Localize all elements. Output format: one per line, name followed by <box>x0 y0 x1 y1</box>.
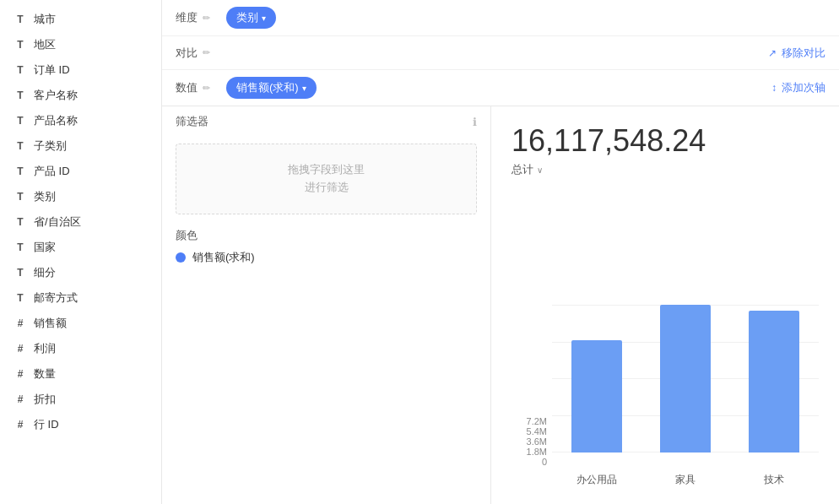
main-area: 维度 ✏ 类别 ▾ 对比 ✏ ↗ 移除对比 <box>162 0 839 504</box>
dimension-pill[interactable]: 类别 ▾ <box>226 7 276 29</box>
y-axis-label: 1.8M <box>512 447 552 457</box>
chart-subtitle-text: 总计 <box>512 162 533 177</box>
color-dot <box>176 252 186 263</box>
drop-zone-text: 拖拽字段到这里 进行筛选 <box>288 161 365 197</box>
dimension-label: 维度 ✏ <box>176 10 226 25</box>
sidebar-item-label: 城市 <box>34 12 56 27</box>
sidebar-item-label: 数量 <box>34 366 56 382</box>
bar[interactable] <box>660 305 711 453</box>
text-type-icon: T <box>14 215 27 229</box>
sidebar-item[interactable]: T子类别 <box>0 133 161 159</box>
text-type-icon: T <box>14 291 27 305</box>
value-label: 数值 ✏ <box>176 80 226 95</box>
sidebar-item[interactable]: T订单 ID <box>0 57 161 83</box>
y-axis: 7.2M5.4M3.6M1.8M0 <box>512 416 552 487</box>
chart-subtitle[interactable]: 总计 ∨ <box>512 162 819 177</box>
chart-container: 7.2M5.4M3.6M1.8M0 办公用品家具技术 <box>512 191 819 487</box>
sidebar-item[interactable]: T国家 <box>0 235 161 260</box>
dimension-pill-label: 类别 <box>236 10 258 25</box>
color-section-title: 颜色 <box>176 228 477 243</box>
bar-group[interactable] <box>641 305 729 453</box>
drop-zone-line1: 拖拽字段到这里 <box>288 161 365 179</box>
sidebar-item[interactable]: #行 ID <box>0 412 161 437</box>
sidebar-item-label: 利润 <box>34 341 56 356</box>
filter-label: 筛选器 <box>176 114 473 129</box>
sidebar-item[interactable]: T产品名称 <box>0 108 161 133</box>
x-axis-label: 办公用品 <box>552 473 641 487</box>
color-section: 颜色 销售额(求和) <box>162 221 490 272</box>
left-panel: 筛选器 ℹ 拖拽字段到这里 进行筛选 颜色 销售额(求和) <box>162 106 491 504</box>
hash-type-icon: # <box>14 418 27 431</box>
value-pill[interactable]: 销售额(求和) ▾ <box>226 77 317 99</box>
sidebar-item[interactable]: T城市 <box>0 7 161 32</box>
sidebar-item-label: 邮寄方式 <box>34 290 78 306</box>
bar-group[interactable] <box>552 340 641 453</box>
dimension-label-text: 维度 <box>176 10 198 25</box>
text-type-icon: T <box>14 165 27 178</box>
text-type-icon: T <box>14 89 27 102</box>
sidebar-item[interactable]: T细分 <box>0 260 161 285</box>
y-axis-label: 0 <box>512 457 552 467</box>
sidebar-item[interactable]: T客户名称 <box>0 83 161 108</box>
bars-area: 办公用品家具技术 <box>552 305 819 487</box>
add-axis-btn[interactable]: ↕ 添加次轴 <box>771 80 825 95</box>
compare-edit-icon[interactable]: ✏ <box>203 47 210 58</box>
color-item: 销售额(求和) <box>176 250 477 265</box>
sidebar-item[interactable]: #数量 <box>0 361 161 387</box>
sidebar-item[interactable]: T邮寄方式 <box>0 285 161 311</box>
value-label-text: 数值 <box>176 80 198 95</box>
remove-compare-btn[interactable]: ↗ 移除对比 <box>768 46 825 61</box>
sidebar-item-label: 地区 <box>34 37 56 52</box>
add-axis-label: 添加次轴 <box>782 80 825 95</box>
sidebar-item-label: 细分 <box>34 265 56 280</box>
sidebar-item[interactable]: #折扣 <box>0 387 161 412</box>
hash-type-icon: # <box>14 393 27 406</box>
value-pill-chevron: ▾ <box>302 84 306 93</box>
sidebar-item-label: 订单 ID <box>34 62 70 78</box>
dimension-content: 类别 ▾ <box>226 7 825 29</box>
value-pill-label: 销售额(求和) <box>236 80 299 95</box>
compare-label: 对比 ✏ <box>176 46 226 61</box>
value-row: 数值 ✏ 销售额(求和) ▾ ↕ 添加次轴 <box>162 70 839 106</box>
text-type-icon: T <box>14 241 27 254</box>
bar-group[interactable] <box>730 311 819 453</box>
right-panel: 16,117,548.24 总计 ∨ 7.2M5.4M3.6M1.8M0 <box>491 106 839 504</box>
sidebar-item-label: 产品 ID <box>34 164 70 179</box>
dimension-row: 维度 ✏ 类别 ▾ <box>162 0 839 36</box>
chart-subtitle-chevron: ∨ <box>537 165 543 175</box>
sidebar: T城市T地区T订单 IDT客户名称T产品名称T子类别T产品 IDT类别T省/自治… <box>0 0 162 504</box>
sidebar-item-label: 省/自治区 <box>34 214 81 230</box>
sidebar-item[interactable]: T省/自治区 <box>0 209 161 235</box>
sidebar-item-label: 国家 <box>34 240 56 255</box>
text-type-icon: T <box>14 63 27 77</box>
value-content: 销售额(求和) ▾ <box>226 77 771 99</box>
filter-row: 筛选器 ℹ <box>162 106 490 137</box>
filter-info-icon: ℹ <box>473 116 477 128</box>
y-axis-label: 5.4M <box>512 426 552 436</box>
dimension-edit-icon[interactable]: ✏ <box>203 13 210 24</box>
sidebar-item[interactable]: T地区 <box>0 32 161 57</box>
hash-type-icon: # <box>14 342 27 355</box>
compare-label-text: 对比 <box>176 46 198 61</box>
compare-row: 对比 ✏ ↗ 移除对比 <box>162 36 839 70</box>
control-panel: 维度 ✏ 类别 ▾ 对比 ✏ ↗ 移除对比 <box>162 0 839 106</box>
y-axis-label: 7.2M <box>512 416 552 426</box>
sidebar-item-label: 销售额 <box>34 316 67 331</box>
remove-compare-label: 移除对比 <box>782 46 825 61</box>
y-axis-label: 3.6M <box>512 436 552 447</box>
hash-type-icon: # <box>14 317 27 330</box>
sidebar-item[interactable]: #销售额 <box>0 311 161 336</box>
bar[interactable] <box>571 340 622 453</box>
filter-drop-zone[interactable]: 拖拽字段到这里 进行筛选 <box>176 144 477 214</box>
content-area: 筛选器 ℹ 拖拽字段到这里 进行筛选 颜色 销售额(求和) 16, <box>162 106 839 504</box>
sidebar-item-label: 客户名称 <box>34 88 78 103</box>
sidebar-item[interactable]: #利润 <box>0 336 161 361</box>
sidebar-item[interactable]: T产品 ID <box>0 159 161 184</box>
x-axis-label: 技术 <box>730 473 819 487</box>
text-type-icon: T <box>14 139 27 153</box>
sidebar-item[interactable]: T类别 <box>0 184 161 209</box>
value-edit-icon[interactable]: ✏ <box>203 83 210 94</box>
text-type-icon: T <box>14 190 27 203</box>
bars-row <box>552 305 819 473</box>
bar[interactable] <box>749 311 799 453</box>
